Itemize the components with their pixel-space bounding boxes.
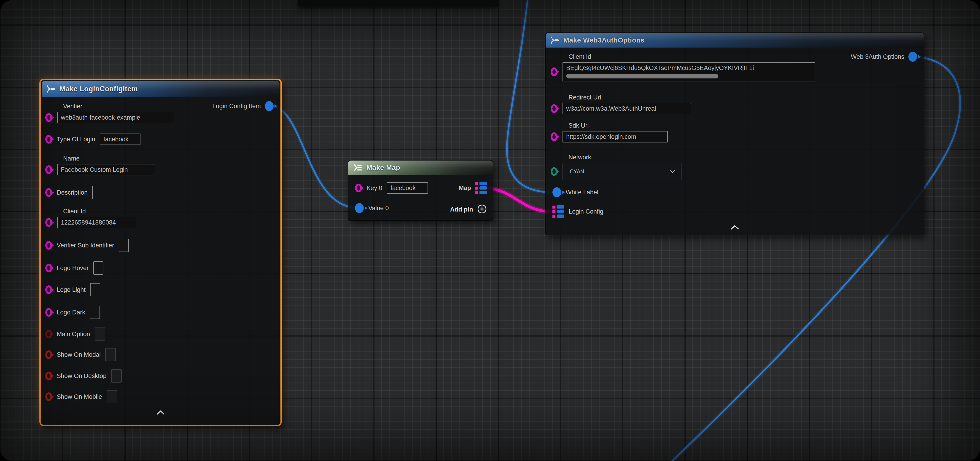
pin-type-of-login[interactable] <box>45 135 52 144</box>
field-network: Network CYAN <box>550 154 681 180</box>
field-label: Show On Modal <box>57 351 101 358</box>
field-client-id: Client Id 1222658941886084 <box>45 208 136 228</box>
show-on-modal-checkbox[interactable] <box>105 348 116 361</box>
blueprint-canvas-screen: Make LoginConfigItem Login Config Item V… <box>0 0 980 461</box>
pin-client-id[interactable] <box>45 218 52 227</box>
output-row-map: Map <box>459 182 487 194</box>
show-on-mobile-checkbox[interactable] <box>107 390 117 403</box>
partial-node-top[interactable] <box>298 0 498 7</box>
pin-login-config[interactable] <box>552 205 564 218</box>
show-on-desktop-checkbox[interactable] <box>111 369 122 383</box>
key0-input[interactable]: facebook <box>387 182 428 194</box>
pin-network[interactable] <box>550 167 557 176</box>
pin-white-label[interactable] <box>552 187 561 197</box>
output-pin-login-config-item[interactable] <box>265 101 274 111</box>
collapse-chevron[interactable] <box>156 410 165 416</box>
pin-show-on-desktop[interactable] <box>45 372 52 380</box>
field-key0: Key 0 facebook <box>355 182 428 194</box>
field-logo-hover: Logo Hover <box>45 261 103 275</box>
logo-hover-input[interactable] <box>93 261 103 275</box>
type-of-login-input[interactable]: facebook <box>100 134 140 145</box>
field-label: Login Config <box>569 208 603 215</box>
pin-show-on-mobile[interactable] <box>45 393 52 401</box>
pin-client-id[interactable] <box>550 67 557 76</box>
field-name: Name Facebook Custom Login <box>45 155 154 175</box>
field-label: Client Id <box>63 208 136 215</box>
pin-logo-dark[interactable] <box>45 308 52 317</box>
node-header-make-web3authoptions[interactable]: Make Web3AuthOptions <box>546 33 924 48</box>
pin-logo-light[interactable] <box>45 285 52 294</box>
field-label: Logo Hover <box>57 265 89 272</box>
client-id-input[interactable]: BEglQSgt4cUWcj6SKRdu5QkOXTsePmMcusG5EAoy… <box>563 62 815 81</box>
description-input[interactable] <box>92 186 102 199</box>
field-show-on-desktop: Show On Desktop <box>45 369 122 383</box>
field-sdk-url: Sdk Url https://sdk.openlogin.com <box>550 122 668 143</box>
field-verifier-sub-identifier: Verifier Sub Identifier <box>45 239 129 252</box>
node-make-map[interactable]: Make Map Key 0 facebook Map Value 0 Add … <box>348 160 493 221</box>
client-id-scrollbar[interactable] <box>566 74 718 78</box>
pin-value0[interactable] <box>355 203 364 213</box>
pin-description[interactable] <box>45 188 52 197</box>
logo-light-input[interactable] <box>90 283 100 296</box>
verifier-input[interactable]: web3auth-facebook-example <box>57 112 174 123</box>
pin-sdk-url[interactable] <box>550 132 557 141</box>
field-label: Redirect Url <box>568 94 691 101</box>
wire-glow <box>271 106 356 208</box>
field-label: Logo Dark <box>57 309 85 316</box>
field-login-config: Login Config <box>552 205 603 218</box>
client-id-input[interactable]: 1222658941886084 <box>57 217 136 228</box>
node-title: Make LoginConfigItem <box>59 85 138 93</box>
collapse-chevron[interactable] <box>730 225 740 231</box>
node-title: Make Web3AuthOptions <box>563 37 644 44</box>
field-label: Verifier <box>63 103 174 110</box>
network-dropdown[interactable]: CYAN <box>563 163 681 180</box>
pin-show-on-modal[interactable] <box>45 350 52 359</box>
field-show-on-mobile: Show On Mobile <box>45 390 117 403</box>
pin-name[interactable] <box>45 165 52 174</box>
field-label: Show On Desktop <box>57 372 107 380</box>
field-main-option: Main Option <box>45 327 105 341</box>
pin-redirect-url[interactable] <box>550 104 557 113</box>
field-client-id: Client Id BEglQSgt4cUWcj6SKRdu5QkOXTsePm… <box>550 53 815 81</box>
field-type-of-login: Type Of Login facebook <box>45 134 140 145</box>
output-label: Map <box>459 184 471 192</box>
node-header-make-loginconfigitem[interactable]: Make LoginConfigItem <box>41 81 280 97</box>
field-label: Client Id <box>568 53 815 60</box>
make-struct-icon <box>46 84 56 94</box>
name-input[interactable]: Facebook Custom Login <box>57 164 154 175</box>
make-struct-icon <box>550 35 560 45</box>
node-header-make-map[interactable]: Make Map <box>348 161 493 175</box>
add-pin-button[interactable] <box>477 204 487 215</box>
pin-key0[interactable] <box>355 184 362 192</box>
node-make-web3authoptions[interactable]: Make Web3AuthOptions Web 3Auth Options C… <box>545 32 924 235</box>
field-label: Main Option <box>57 331 90 338</box>
main-option-checkbox[interactable] <box>95 327 105 341</box>
verifier-sub-identifier-input[interactable] <box>119 239 129 252</box>
logo-dark-input[interactable] <box>90 306 100 319</box>
node-make-loginconfigitem[interactable]: Make LoginConfigItem Login Config Item V… <box>41 81 280 424</box>
output-row-login-config-item: Login Config Item <box>212 101 274 111</box>
make-map-icon <box>353 163 363 172</box>
field-label: Sdk Url <box>568 122 668 129</box>
pin-verifier-sub-identifier[interactable] <box>45 241 52 250</box>
chevron-down-icon <box>670 170 676 173</box>
pin-logo-hover[interactable] <box>45 264 52 272</box>
field-value0: Value 0 <box>355 203 389 213</box>
output-pin-web3auth-options[interactable] <box>908 52 917 62</box>
field-logo-light: Logo Light <box>45 283 100 296</box>
field-label: Description <box>57 189 88 196</box>
field-logo-dark: Logo Dark <box>45 306 100 319</box>
field-label: White Label <box>566 189 598 196</box>
field-redirect-url: Redirect Url w3a://com.w3a.Web3AuthUnrea… <box>550 94 691 114</box>
field-label: Value 0 <box>368 205 389 212</box>
redirect-url-input[interactable]: w3a://com.w3a.Web3AuthUnreal <box>563 103 691 114</box>
pin-main-option[interactable] <box>45 330 52 339</box>
output-row-web3auth-options: Web 3Auth Options <box>851 52 917 62</box>
field-label: Network <box>568 154 681 161</box>
pin-verifier[interactable] <box>45 113 52 122</box>
output-pin-map[interactable] <box>475 182 487 194</box>
field-label: Verifier Sub Identifier <box>57 242 114 249</box>
wire-loginconfigitem-to-value0[interactable] <box>271 106 356 208</box>
field-show-on-modal: Show On Modal <box>45 348 116 361</box>
sdk-url-input[interactable]: https://sdk.openlogin.com <box>563 131 668 143</box>
